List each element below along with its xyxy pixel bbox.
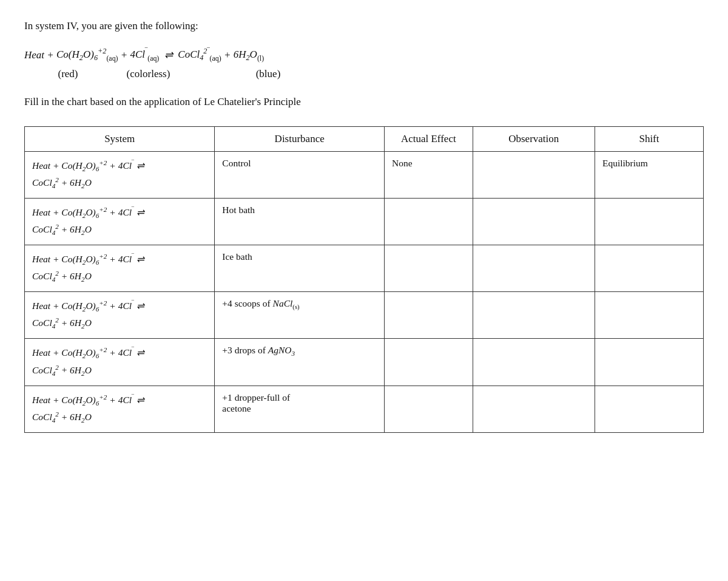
color-colorless-label: (colorless) bbox=[104, 65, 192, 84]
table-row: Heat + Co(H2O)6+2 + 4Cl‾ ⇌ CoCl42 + 6H2O… bbox=[25, 292, 704, 339]
disturbance-cell-4: +3 drops of AgNO3 bbox=[215, 339, 385, 386]
disturbance-cell-0: Control bbox=[215, 151, 385, 198]
actual-effect-text: Actual Effect bbox=[401, 133, 456, 144]
header-shift: Shift bbox=[595, 126, 703, 151]
color-red-label: (red) bbox=[32, 65, 104, 84]
system-cell-4: Heat + Co(H2O)6+2 + 4Cl‾ ⇌ CoCl42 + 6H2O bbox=[25, 339, 215, 386]
disturbance-cell-5: +1 dropper-full ofacetone bbox=[215, 386, 385, 432]
observation-cell-0 bbox=[473, 151, 595, 198]
shift-cell-2 bbox=[595, 245, 703, 291]
equation-1: Heat + Co(H2O)6+2 + 4Cl‾ ⇌ CoCl42 + 6H2O bbox=[32, 207, 144, 234]
actual-effect-cell-0: None bbox=[385, 151, 473, 198]
shift-cell-3 bbox=[595, 292, 703, 339]
header-observation: Observation bbox=[473, 126, 595, 151]
actual-effect-cell-5 bbox=[385, 386, 473, 432]
intro-text: In system IV, you are given the followin… bbox=[24, 18, 704, 34]
observation-cell-1 bbox=[473, 198, 595, 245]
actual-effect-cell-2 bbox=[385, 245, 473, 291]
header-system: System bbox=[25, 126, 215, 151]
system-cell-3: Heat + Co(H2O)6+2 + 4Cl‾ ⇌ CoCl42 + 6H2O bbox=[25, 292, 215, 339]
reaction-equation: Heat + Co(H2O)6+2(aq) + 4Cl‾(aq) ⇌ CoCl4… bbox=[24, 45, 704, 65]
actual-effect-cell-4 bbox=[385, 339, 473, 386]
header-disturbance: Disturbance bbox=[215, 126, 385, 151]
color-blue-label: (blue) bbox=[226, 65, 311, 84]
fill-instruction: Fill in the chart based on the applicati… bbox=[24, 96, 704, 108]
shift-cell-5 bbox=[595, 386, 703, 432]
system-cell-5: Heat + Co(H2O)6+2 + 4Cl‾ ⇌ CoCl42 + 6H2O bbox=[25, 386, 215, 432]
equation-2: Heat + Co(H2O)6+2 + 4Cl‾ ⇌ CoCl42 + 6H2O bbox=[32, 254, 144, 281]
equation-0: Heat + Co(H2O)6+2 + 4Cl‾ ⇌ CoCl42 + 6H2O bbox=[32, 160, 144, 188]
equation-3: Heat + Co(H2O)6+2 + 4Cl‾ ⇌ CoCl42 + 6H2O bbox=[32, 301, 144, 328]
observation-cell-3 bbox=[473, 292, 595, 339]
disturbance-cell-1: Hot bath bbox=[215, 198, 385, 245]
actual-effect-cell-1 bbox=[385, 198, 473, 245]
system-cell-1: Heat + Co(H2O)6+2 + 4Cl‾ ⇌ CoCl42 + 6H2O bbox=[25, 198, 215, 245]
shift-cell-4 bbox=[595, 339, 703, 386]
table-row: Heat + Co(H2O)6+2 + 4Cl‾ ⇌ CoCl42 + 6H2O… bbox=[25, 198, 704, 245]
actual-effect-cell-3 bbox=[385, 292, 473, 339]
disturbance-cell-3: +4 scoops of NaCl(s) bbox=[215, 292, 385, 339]
equation-5: Heat + Co(H2O)6+2 + 4Cl‾ ⇌ CoCl42 + 6H2O bbox=[32, 395, 144, 422]
table-row: Heat + Co(H2O)6+2 + 4Cl‾ ⇌ CoCl42 + 6H2O… bbox=[25, 386, 704, 432]
observation-cell-5 bbox=[473, 386, 595, 432]
reaction-block: Heat + Co(H2O)6+2(aq) + 4Cl‾(aq) ⇌ CoCl4… bbox=[24, 45, 704, 84]
reaction-colors: (red) (colorless) (blue) bbox=[27, 65, 704, 84]
observation-cell-4 bbox=[473, 339, 595, 386]
system-cell-2: Heat + Co(H2O)6+2 + 4Cl‾ ⇌ CoCl42 + 6H2O bbox=[25, 245, 215, 291]
table-row: Heat + Co(H2O)6+2 + 4Cl‾ ⇌ CoCl42 + 6H2O… bbox=[25, 151, 704, 198]
system-cell-0: Heat + Co(H2O)6+2 + 4Cl‾ ⇌ CoCl42 + 6H2O bbox=[25, 151, 215, 198]
observation-cell-2 bbox=[473, 245, 595, 291]
table-row: Heat + Co(H2O)6+2 + 4Cl‾ ⇌ CoCl42 + 6H2O… bbox=[25, 245, 704, 291]
table-row: Heat + Co(H2O)6+2 + 4Cl‾ ⇌ CoCl42 + 6H2O… bbox=[25, 339, 704, 386]
shift-cell-0: Equilibrium bbox=[595, 151, 703, 198]
shift-cell-1 bbox=[595, 198, 703, 245]
equation-4: Heat + Co(H2O)6+2 + 4Cl‾ ⇌ CoCl42 + 6H2O bbox=[32, 347, 144, 375]
header-actual-effect: Actual Effect bbox=[385, 126, 473, 151]
le-chatelier-table: System Disturbance Actual Effect Observa… bbox=[24, 126, 704, 433]
disturbance-cell-2: Ice bath bbox=[215, 245, 385, 291]
reaction-text: Heat + Co(H2O)6+2(aq) + 4Cl‾(aq) ⇌ CoCl4… bbox=[24, 45, 264, 65]
